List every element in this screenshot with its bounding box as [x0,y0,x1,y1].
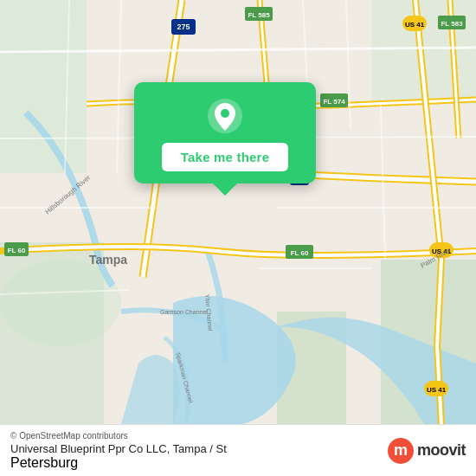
popup-card: Take me there [134,82,316,183]
svg-text:US 41: US 41 [405,21,425,29]
svg-rect-1 [0,0,87,173]
svg-text:FL 583: FL 583 [441,20,463,28]
moovit-logo: m moovit [388,438,466,464]
svg-text:Tampa: Tampa [89,253,127,267]
osm-credit: © OpenStreetMap contributors [10,431,227,441]
moovit-wordmark: moovit [417,441,466,460]
footer: © OpenStreetMap contributors Universal B… [0,424,476,476]
location-pin-icon [207,98,243,134]
svg-text:FL 60: FL 60 [8,247,26,254]
moovit-m-icon: m [388,438,414,464]
svg-text:FL 585: FL 585 [248,11,270,19]
svg-text:275: 275 [177,23,190,31]
map-container: 275 I 4 FL 585 FL 574 FL 574 FL 574 I 22… [0,0,476,424]
footer-info: © OpenStreetMap contributors Universal B… [10,431,227,471]
location-label-2: Petersburg [10,455,227,471]
svg-text:FL 60: FL 60 [291,249,309,257]
svg-text:US 41: US 41 [427,386,447,394]
svg-text:Garrison Channel: Garrison Channel [160,309,208,315]
location-label: Universal Blueprint Ppr Co LLC, Tampa / … [10,442,227,455]
svg-rect-6 [0,242,104,424]
svg-text:FL 574: FL 574 [323,98,345,106]
take-me-there-button[interactable]: Take me there [162,143,288,171]
svg-point-51 [221,109,229,118]
